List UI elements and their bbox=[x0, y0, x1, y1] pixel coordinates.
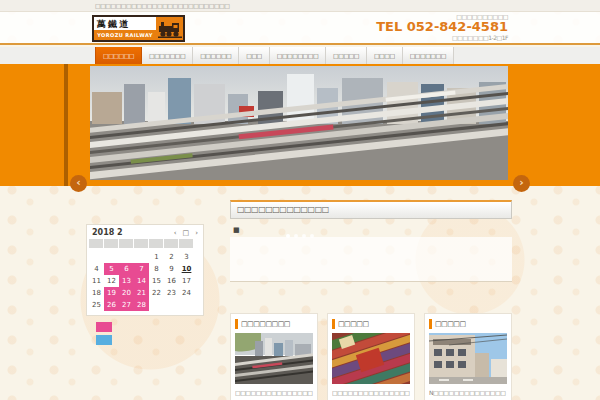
feature-columns: □□□□□□□□ bbox=[230, 313, 512, 400]
news-bullet-icon: ■ bbox=[233, 227, 240, 234]
nav-tabs: □□□□□□ □□□□□□□ □□□□□□ □□□ □□□□□□□□ □□□□□… bbox=[95, 47, 454, 64]
weekday-cell bbox=[89, 239, 103, 248]
calendar-day[interactable]: 11 bbox=[89, 275, 104, 287]
calendar-day bbox=[149, 299, 164, 311]
calendar-day[interactable]: 23 bbox=[164, 287, 179, 299]
site-header: 萬鐵道 YOROZU RAILWAY □□□□□□□□□□ TEL 052-84… bbox=[0, 12, 600, 45]
calendar-day[interactable]: 20 bbox=[119, 287, 134, 299]
top-utility-bar: □□□□□□□□□□□□□□□□□□□□□□□□□□ bbox=[0, 0, 600, 12]
calendar-day[interactable]: 24 bbox=[179, 287, 194, 299]
calendar-day[interactable]: 8 bbox=[149, 263, 164, 275]
feature-column-access: □□□□□ bbox=[424, 313, 512, 400]
nav-tab-3[interactable]: □□□□□□ bbox=[193, 47, 239, 64]
feature-column-products: □□□□□ bbox=[327, 313, 415, 400]
calendar-day[interactable]: 26 bbox=[104, 299, 119, 311]
calendar-legend bbox=[96, 322, 206, 345]
carousel-slide-photo bbox=[90, 66, 508, 180]
calendar-day[interactable]: 4 bbox=[89, 263, 104, 275]
column-title: □□□□□ bbox=[435, 320, 466, 328]
calendar-day[interactable]: 17 bbox=[179, 275, 194, 287]
nav-tab-8[interactable]: □□□□□□□ bbox=[403, 47, 454, 64]
calendar-day[interactable]: 12 bbox=[104, 275, 119, 287]
column-heading: □□□□□ bbox=[332, 318, 410, 330]
legend-closed-swatch bbox=[96, 322, 112, 332]
column-title: □□□□□□□□ bbox=[241, 320, 290, 328]
column-photo-layout[interactable] bbox=[235, 333, 313, 384]
column-caption: □□□□□□□□□□□□□□□□□□□□□□□□□□□□□□□□□□ bbox=[332, 388, 410, 400]
column-heading: □□□□□□□□ bbox=[235, 318, 313, 330]
calendar-day[interactable]: 19 bbox=[104, 287, 119, 299]
calendar-week-row: 123 bbox=[89, 251, 201, 263]
hero-carousel: ‹ › bbox=[0, 64, 600, 186]
page: □□□□□□□□□□□□□□□□□□□□□□□□□□ 萬鐵道 YOROZU RA… bbox=[0, 0, 600, 400]
calendar-day[interactable]: 7 bbox=[134, 263, 149, 275]
weekday-cell bbox=[119, 239, 133, 248]
main-navigation: □□□□□□ □□□□□□□ □□□□□□ □□□ □□□□□□□□ □□□□□… bbox=[0, 47, 600, 64]
calendar-day[interactable]: 5 bbox=[104, 263, 119, 275]
calendar-day[interactable]: 21 bbox=[134, 287, 149, 299]
calendar-day bbox=[104, 251, 119, 263]
calendar-day[interactable]: 22 bbox=[149, 287, 164, 299]
nav-tab-home[interactable]: □□□□□□ bbox=[95, 47, 142, 64]
column-photo-products[interactable] bbox=[332, 333, 410, 384]
calendar-weekday-row bbox=[89, 239, 201, 251]
calendar-prev-icon[interactable]: ‹ bbox=[174, 229, 177, 237]
calendar-day[interactable]: 3 bbox=[179, 251, 194, 263]
calendar-day bbox=[179, 299, 194, 311]
calendar-month-title: 2018 2 bbox=[92, 228, 174, 237]
news-body bbox=[230, 237, 512, 282]
heading-accent-bar bbox=[235, 319, 238, 329]
column-title: □□□□□ bbox=[338, 320, 369, 328]
calendar-week-row: 25262728 bbox=[89, 299, 201, 311]
nav-tab-7[interactable]: □□□□ bbox=[367, 47, 403, 64]
calendar-day bbox=[89, 251, 104, 263]
calendar-day[interactable]: 18 bbox=[89, 287, 104, 299]
feature-column-shop: □□□□□□□□ bbox=[230, 313, 318, 400]
calendar-grid: 1234567891011121314151617181920212223242… bbox=[89, 251, 201, 311]
logo-locomotive-icon bbox=[156, 17, 183, 40]
calendar-day[interactable]: 15 bbox=[149, 275, 164, 287]
address-line: □□□□□□□1-2□1F bbox=[376, 34, 508, 41]
nav-tab-4[interactable]: □□□ bbox=[239, 47, 270, 64]
calendar-day[interactable]: 28 bbox=[134, 299, 149, 311]
calendar-today-icon[interactable]: □ bbox=[183, 229, 190, 237]
weekday-cell bbox=[149, 239, 163, 248]
logo-text-block: 萬鐵道 YOROZU RAILWAY bbox=[94, 17, 156, 40]
calendar-day bbox=[164, 299, 179, 311]
nav-tab-2[interactable]: □□□□□□□ bbox=[142, 47, 193, 64]
header-contact: □□□□□□□□□□ TEL 052-842-4581 □□□□□□□1-2□1… bbox=[376, 13, 508, 41]
nav-tab-5[interactable]: □□□□□□□□ bbox=[270, 47, 326, 64]
calendar-day[interactable]: 14 bbox=[134, 275, 149, 287]
calendar-week-row: 18192021222324 bbox=[89, 287, 201, 299]
column-heading: □□□□□ bbox=[429, 318, 507, 330]
nav-tab-6[interactable]: □□□□□ bbox=[326, 47, 367, 64]
main-column: □□□□□□□□□□□□□ ■ □□□□□□□□ bbox=[230, 200, 512, 400]
sidebar: 2018 2 ‹ □ › 12345678910111213 bbox=[86, 224, 206, 348]
heading-accent-bar bbox=[429, 319, 432, 329]
weekday-cell bbox=[164, 239, 178, 248]
legend-event-swatch bbox=[96, 335, 112, 345]
calendar-day[interactable]: 25 bbox=[89, 299, 104, 311]
phone-number: TEL 052-842-4581 bbox=[376, 20, 508, 34]
calendar-day bbox=[119, 251, 134, 263]
column-caption: □□□□□□□□□□□□□□□□□□□□□□□□□□□□□□□□□□□□□□□□… bbox=[235, 388, 313, 400]
calendar-day[interactable]: 27 bbox=[119, 299, 134, 311]
calendar-day bbox=[134, 251, 149, 263]
business-calendar: 2018 2 ‹ □ › 12345678910111213 bbox=[86, 224, 204, 316]
calendar-day[interactable]: 16 bbox=[164, 275, 179, 287]
calendar-day[interactable]: 9 bbox=[164, 263, 179, 275]
site-logo[interactable]: 萬鐵道 YOROZU RAILWAY bbox=[92, 15, 185, 42]
calendar-next-icon[interactable]: › bbox=[195, 229, 198, 237]
column-photo-storefront[interactable] bbox=[429, 333, 507, 384]
calendar-day[interactable]: 13 bbox=[119, 275, 134, 287]
calendar-day[interactable]: 1 bbox=[149, 251, 164, 263]
column-caption: N□□□□□□□□□□□□□□□□□□□□□□□□□□□ bbox=[429, 388, 507, 400]
calendar-day[interactable]: 10 bbox=[179, 263, 194, 275]
calendar-day[interactable]: 2 bbox=[164, 251, 179, 263]
site-description: □□□□□□□□□□□□□□□□□□□□□□□□□□ bbox=[95, 2, 229, 9]
weekday-cell bbox=[134, 239, 148, 248]
calendar-week-row: 11121314151617 bbox=[89, 275, 201, 287]
news-panel: ■ bbox=[230, 224, 512, 284]
calendar-day[interactable]: 6 bbox=[119, 263, 134, 275]
previous-slide-edge bbox=[64, 64, 68, 186]
